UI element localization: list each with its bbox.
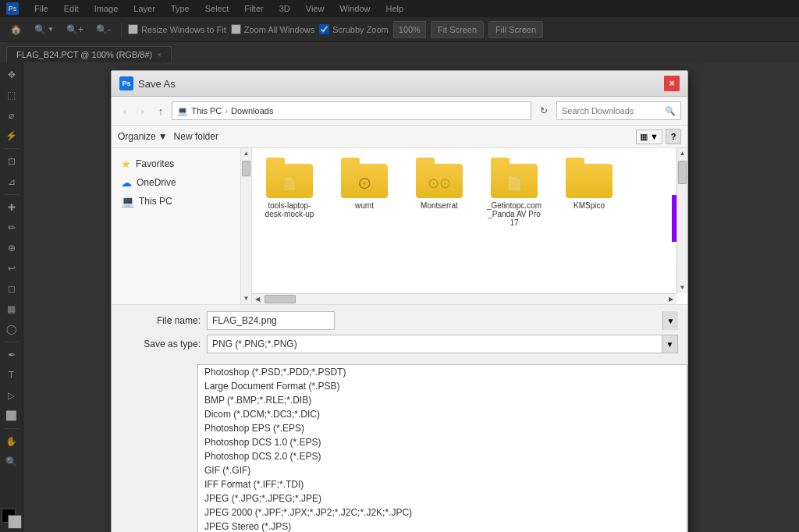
onedrive-label: OneDrive bbox=[137, 177, 176, 188]
organize-arrow: ▼ bbox=[158, 131, 168, 142]
filetype-item-7[interactable]: GIF (*.GIF) bbox=[198, 463, 687, 477]
folder-name-getintopc: _Getintopc.com_Panda AV Pro 17 bbox=[486, 201, 542, 227]
search-input[interactable] bbox=[562, 106, 662, 115]
folder-montserrat[interactable]: ⊙⊙ Montserrat bbox=[408, 154, 471, 213]
nav-up-button[interactable]: ↑ bbox=[153, 101, 169, 120]
dialog-close-button[interactable]: × bbox=[664, 76, 680, 91]
folder-icon-wumt: ⊙ bbox=[341, 158, 388, 198]
files-scroll-right[interactable]: ▶ bbox=[666, 294, 676, 305]
filename-label: File name: bbox=[121, 315, 207, 326]
filetype-item-4[interactable]: Photoshop EPS (*.EPS) bbox=[198, 421, 687, 435]
savetype-selected-value: PNG (*.PNG;*.PNG) bbox=[208, 335, 677, 353]
breadcrumb-computer-icon: 💻 bbox=[177, 106, 188, 116]
dialog-sidebar-container: ★ Favorites ☁ OneDrive 💻 This PC ▲ bbox=[112, 148, 252, 304]
dialog-ps-icon: Ps bbox=[119, 76, 133, 90]
savetype-label: Save as type: bbox=[121, 339, 207, 349]
folder-icon-getintopc: 📄 bbox=[491, 158, 538, 198]
filename-input-container: ▼ bbox=[207, 311, 678, 330]
filetype-item-8[interactable]: IFF Format (*.IFF;*.TDI) bbox=[198, 477, 687, 491]
filetype-dropdown-list: Photoshop (*.PSD;*.PDD;*.PSDT) Large Doc… bbox=[197, 364, 687, 532]
onedrive-icon: ☁ bbox=[121, 176, 132, 189]
filetype-item-3[interactable]: Dicom (*.DCM;*.DC3;*.DIC) bbox=[198, 407, 687, 421]
dialog-content: ★ Favorites ☁ OneDrive 💻 This PC ▲ bbox=[112, 148, 687, 304]
folder-icon-kmspico bbox=[566, 158, 613, 198]
sidebar-thispc[interactable]: 💻 This PC bbox=[112, 192, 250, 211]
folder-wumt[interactable]: ⊙ wumt bbox=[333, 154, 396, 213]
sidebar-scrollbar[interactable]: ▲ ▼ bbox=[240, 148, 251, 304]
folder-name-kmspico: KMSpico bbox=[574, 201, 605, 210]
filetype-item-11[interactable]: JPEG Stereo (*.JPS) bbox=[198, 520, 687, 532]
view-options-button[interactable]: ▦ ▼ bbox=[636, 129, 662, 144]
filetype-item-2[interactable]: BMP (*.BMP;*.RLE;*.DIB) bbox=[198, 393, 687, 407]
dialog-titlebar: Ps Save As × bbox=[112, 71, 687, 97]
sidebar-scroll-track bbox=[241, 159, 251, 293]
files-scroll-thumb-v[interactable] bbox=[678, 161, 687, 184]
search-box: 🔍 bbox=[556, 101, 681, 120]
files-scroll-down[interactable]: ▼ bbox=[677, 282, 688, 293]
save-as-dialog: Ps Save As × ‹ › ↑ 💻 This PC › Downloads… bbox=[111, 70, 688, 532]
breadcrumb-thispc[interactable]: This PC bbox=[191, 106, 222, 115]
folder-tools-laptop[interactable]: 📄 tools-laptop-desk-mock-up bbox=[258, 154, 321, 222]
new-folder-button[interactable]: New folder bbox=[174, 131, 218, 142]
sidebar-favorites[interactable]: ★ Favorites bbox=[112, 154, 250, 173]
dialog-toolbar: Organize ▼ New folder ▦ ▼ ? bbox=[112, 126, 687, 148]
savetype-dropdown-arrow[interactable]: ▼ bbox=[662, 335, 677, 353]
breadcrumb-downloads[interactable]: Downloads bbox=[231, 106, 273, 115]
organize-label: Organize bbox=[118, 131, 156, 142]
savetype-select[interactable]: PNG (*.PNG;*.PNG) ▼ bbox=[207, 335, 678, 353]
files-scrollbar-v[interactable]: ▲ ▼ bbox=[676, 148, 687, 293]
folder-getintopc[interactable]: 📄 _Getintopc.com_Panda AV Pro 17 bbox=[483, 154, 545, 230]
favorites-label: Favorites bbox=[136, 158, 174, 169]
nav-forward-button[interactable]: › bbox=[135, 101, 149, 120]
folder-icon-tools: 📄 bbox=[266, 158, 313, 198]
sidebar-onedrive[interactable]: ☁ OneDrive bbox=[112, 173, 250, 192]
filename-row: File name: ▼ bbox=[121, 311, 678, 330]
filetype-item-5[interactable]: Photoshop DCS 1.0 (*.EPS) bbox=[198, 435, 687, 449]
files-scroll-track-h bbox=[263, 294, 666, 304]
files-grid: 📄 tools-laptop-desk-mock-up ⊙ bbox=[252, 148, 687, 304]
search-icon: 🔍 bbox=[665, 106, 676, 116]
dialog-title-area: Ps Save As bbox=[119, 76, 176, 90]
files-scroll-up[interactable]: ▲ bbox=[677, 148, 688, 159]
filename-input[interactable] bbox=[207, 311, 335, 330]
dialog-overlay: Ps Save As × ‹ › ↑ 💻 This PC › Downloads… bbox=[0, 0, 799, 532]
dialog-form: File name: ▼ Save as type: PNG (*.PNG;*.… bbox=[112, 304, 687, 364]
filetype-item-1[interactable]: Large Document Format (*.PSB) bbox=[198, 379, 687, 393]
files-scroll-left[interactable]: ◀ bbox=[252, 294, 263, 305]
filetype-item-6[interactable]: Photoshop DCS 2.0 (*.EPS) bbox=[198, 449, 687, 463]
files-scroll-track-v bbox=[677, 159, 687, 282]
folder-name-tools: tools-laptop-desk-mock-up bbox=[261, 201, 318, 218]
filetype-item-9[interactable]: JPEG (*.JPG;*.JPEG;*.JPE) bbox=[198, 491, 687, 505]
filetype-item-10[interactable]: JPEG 2000 (*.JPF;*.JPX;*.JP2;*.J2C;*.J2K… bbox=[198, 505, 687, 520]
help-button[interactable]: ? bbox=[666, 129, 681, 144]
dialog-nav-bar: ‹ › ↑ 💻 This PC › Downloads ↻ 🔍 bbox=[112, 97, 687, 126]
breadcrumb-bar: 💻 This PC › Downloads bbox=[172, 101, 531, 120]
breadcrumb-sep: › bbox=[225, 106, 228, 115]
dialog-toolbar-left: Organize ▼ New folder bbox=[118, 131, 218, 142]
sidebar-scroll-thumb[interactable] bbox=[242, 161, 250, 176]
sidebar-scroll-down[interactable]: ▼ bbox=[241, 293, 252, 304]
dialog-sidebar: ★ Favorites ☁ OneDrive 💻 This PC bbox=[112, 148, 251, 304]
savetype-row: Save as type: PNG (*.PNG;*.PNG) ▼ bbox=[121, 335, 678, 353]
purple-accent-bar bbox=[672, 195, 676, 242]
filename-dropdown-arrow[interactable]: ▼ bbox=[662, 311, 678, 330]
folder-kmspico[interactable]: KMSpico bbox=[558, 154, 620, 213]
sidebar-scroll-up[interactable]: ▲ bbox=[241, 148, 252, 159]
dialog-title-text: Save As bbox=[138, 78, 176, 90]
files-scrollbar-h[interactable]: ◀ ▶ bbox=[252, 293, 676, 304]
favorites-icon: ★ bbox=[121, 158, 131, 170]
dialog-toolbar-right: ▦ ▼ ? bbox=[636, 129, 681, 144]
organize-button[interactable]: Organize ▼ bbox=[118, 131, 168, 142]
folder-name-wumt: wumt bbox=[355, 201, 374, 210]
thispc-label: This PC bbox=[139, 196, 172, 207]
files-scroll-thumb-h[interactable] bbox=[265, 295, 296, 303]
folder-icon-montserrat: ⊙⊙ bbox=[416, 158, 463, 198]
folder-name-montserrat: Montserrat bbox=[421, 201, 458, 210]
files-area-container: 📄 tools-laptop-desk-mock-up ⊙ bbox=[252, 148, 687, 304]
filetype-item-0[interactable]: Photoshop (*.PSD;*.PDD;*.PSDT) bbox=[198, 365, 687, 379]
refresh-button[interactable]: ↻ bbox=[534, 101, 553, 120]
nav-back-button[interactable]: ‹ bbox=[118, 101, 132, 120]
thispc-icon: 💻 bbox=[121, 195, 134, 207]
